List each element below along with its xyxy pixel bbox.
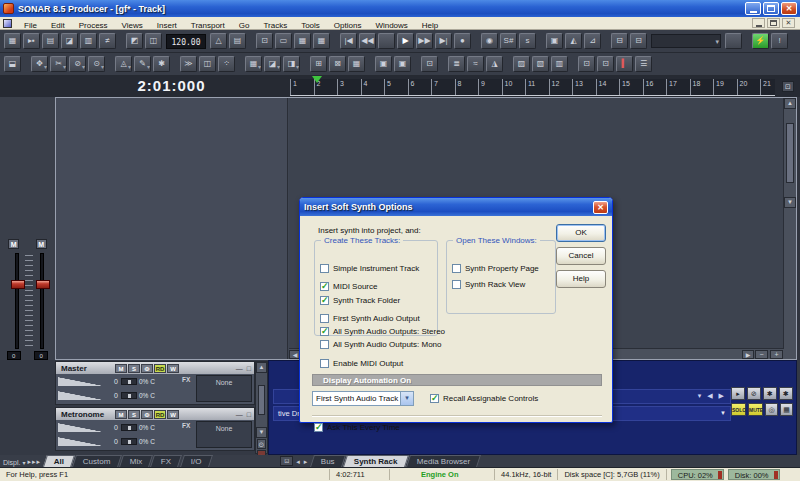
record-mode-button[interactable]: ▦	[294, 33, 311, 49]
reset-audio-button[interactable]: !	[771, 33, 788, 49]
tab-synth-rack[interactable]: Synth Rack	[343, 455, 408, 467]
plugin-layout-b-button[interactable]: ▧	[532, 56, 549, 72]
blank-button[interactable]	[725, 33, 742, 49]
show-automation-button[interactable]: ▣	[375, 56, 392, 72]
scroll-up-icon[interactable]: ▲	[784, 98, 796, 109]
track-manager-button[interactable]: ▦	[4, 33, 21, 49]
menu-help[interactable]: Help	[415, 21, 445, 30]
draw-tool-button[interactable]: ✎▾	[134, 56, 151, 72]
pane-options-button[interactable]: ⊡	[280, 456, 293, 466]
snap-scale-button[interactable]: ◨▾	[283, 56, 300, 72]
fader-right[interactable]	[40, 253, 44, 349]
tempo-display[interactable]: 120.00	[166, 34, 206, 49]
tab-custom[interactable]: Custom	[72, 455, 121, 467]
track-headers-pane[interactable]	[56, 98, 288, 359]
insert-effect-button[interactable]: ⊟	[611, 33, 628, 49]
screenset-2-button[interactable]: ⊡	[597, 56, 614, 72]
checkbox-first-synth-audio-output[interactable]: First Synth Audio Output	[320, 314, 420, 323]
menu-edit[interactable]: Edit	[44, 21, 72, 30]
split-tool-button[interactable]: ✂▾	[50, 56, 67, 72]
zoom-in-button[interactable]: +	[770, 350, 783, 359]
fader-left-cap[interactable]	[11, 280, 25, 289]
mute-tool-button[interactable]: ⊘▾	[69, 56, 86, 72]
display-dropdown[interactable]: Displ. ▾	[0, 459, 27, 467]
input-gain-slider[interactable]	[58, 437, 104, 446]
markers-button[interactable]: ▤	[229, 33, 246, 49]
input-pan-slider[interactable]	[121, 392, 137, 399]
bus-phase-button[interactable]: Φ	[141, 410, 153, 419]
checkbox-synth-property-page[interactable]: Synth Property Page	[452, 264, 539, 273]
automation-track-dropdown[interactable]: First Synth Audio Track ▾	[312, 391, 414, 406]
bus-window-controls[interactable]: — □	[236, 365, 252, 372]
menu-tools[interactable]: Tools	[294, 21, 327, 30]
menu-process[interactable]: Process	[72, 21, 115, 30]
bus-scroll-thumb[interactable]	[258, 385, 265, 415]
dim-solo-button[interactable]: s	[519, 33, 536, 49]
tab-fx[interactable]: FX	[150, 455, 182, 467]
bus-strip-master[interactable]: Master M S Φ RD W — □ 0 0% C	[55, 361, 255, 405]
scrub-tool-button[interactable]: ⁘	[218, 56, 235, 72]
menu-insert[interactable]: Insert	[150, 21, 184, 30]
view-options-button[interactable]: ⊡	[421, 56, 438, 72]
mute-button[interactable]: MUTE	[748, 403, 763, 416]
bus-solo-button[interactable]: S	[128, 410, 140, 419]
snap-options-button[interactable]: ◪▾	[264, 56, 281, 72]
playhead-marker-icon[interactable]	[312, 76, 322, 83]
tab-bus[interactable]: Bus	[310, 455, 346, 467]
zoom-tool-button[interactable]: ⊙▾	[88, 56, 105, 72]
play-button[interactable]: ▶	[397, 33, 414, 49]
loop-toggle-button[interactable]: ◉	[481, 33, 498, 49]
loop-button[interactable]: ⊡	[256, 33, 273, 49]
solo-button[interactable]: S#	[500, 33, 517, 49]
fast-forward-button[interactable]: ▶▶	[416, 33, 433, 49]
audio-engine-button[interactable]: ⚡	[752, 33, 769, 49]
pan-slider[interactable]	[121, 378, 137, 385]
envelope-tool-button[interactable]: ◬▾	[115, 56, 132, 72]
mdi-close-button[interactable]: ✕	[782, 18, 795, 28]
checkbox-enable-midi-output[interactable]: Enable MIDI Output	[320, 359, 403, 368]
checkbox-all-synth-outputs-stereo[interactable]: All Synth Audio Outputs: Stereo	[320, 327, 445, 336]
vscroll-thumb[interactable]	[786, 123, 794, 183]
checkbox-recall-assignable-controls[interactable]: Recall Assignable Controls	[430, 394, 538, 403]
bus-phase-button[interactable]: Φ	[141, 364, 153, 373]
bus-window-controls[interactable]: — □	[236, 411, 252, 418]
automation-write-button[interactable]: ▦	[780, 403, 793, 416]
insert-synth-button[interactable]: ▸	[731, 387, 745, 400]
checkbox-ask-this-every-time[interactable]: Ask This Every Time	[314, 423, 400, 432]
pattern-tool-button[interactable]: ✱	[153, 56, 170, 72]
waveform-preview-button[interactable]: ≈	[467, 56, 484, 72]
now-time-display[interactable]: 2:01:000	[55, 76, 288, 96]
scroll-right-icon[interactable]: ▶	[742, 350, 754, 359]
sync-status-button[interactable]: ▣	[546, 33, 563, 49]
layouts-button[interactable]: ☰	[635, 56, 652, 72]
piano-roll-view-button[interactable]: ▥	[80, 33, 97, 49]
hide-automation-button[interactable]: ▣	[394, 56, 411, 72]
dialog-title-bar[interactable]: Insert Soft Synth Options ✕	[300, 198, 612, 216]
magnifier-icon[interactable]: ⊙	[257, 439, 266, 449]
record-button[interactable]: ●	[454, 33, 471, 49]
grid-snap-button[interactable]: ▦▾	[245, 56, 262, 72]
tab-i-o[interactable]: I/O	[180, 455, 213, 467]
menu-file[interactable]: File	[17, 21, 44, 30]
bus-read-automation-button[interactable]: RD	[154, 410, 166, 419]
minimize-button[interactable]	[745, 2, 761, 15]
menu-tracks[interactable]: Tracks	[256, 21, 294, 30]
tab-mix[interactable]: Mix	[119, 455, 153, 467]
staff-view-button[interactable]: ◪	[61, 33, 78, 49]
menu-windows[interactable]: Windows	[368, 21, 414, 30]
checkbox-simple-instrument-track[interactable]: Simple Instrument Track	[320, 264, 419, 273]
bus-write-automation-button[interactable]: W	[167, 364, 179, 373]
go-to-end-button[interactable]: ▶|	[435, 33, 452, 49]
rewind-button[interactable]: ◀◀	[359, 33, 376, 49]
maximize-button[interactable]	[763, 2, 779, 15]
checkbox-midi-source[interactable]: MIDI Source	[320, 282, 377, 291]
menu-go[interactable]: Go	[232, 21, 257, 30]
auto-punch-button[interactable]: ▭	[275, 33, 292, 49]
volume-slider[interactable]	[58, 423, 104, 432]
screenset-1-button[interactable]: ⊡	[578, 56, 595, 72]
select-tool-button[interactable]: ✥▾	[31, 56, 48, 72]
ok-button[interactable]: OK	[556, 224, 606, 242]
tab-media-browser[interactable]: Media Browser	[406, 455, 481, 467]
checkbox-synth-rack-view[interactable]: Synth Rack View	[452, 280, 525, 289]
menu-transport[interactable]: Transport	[184, 21, 232, 30]
